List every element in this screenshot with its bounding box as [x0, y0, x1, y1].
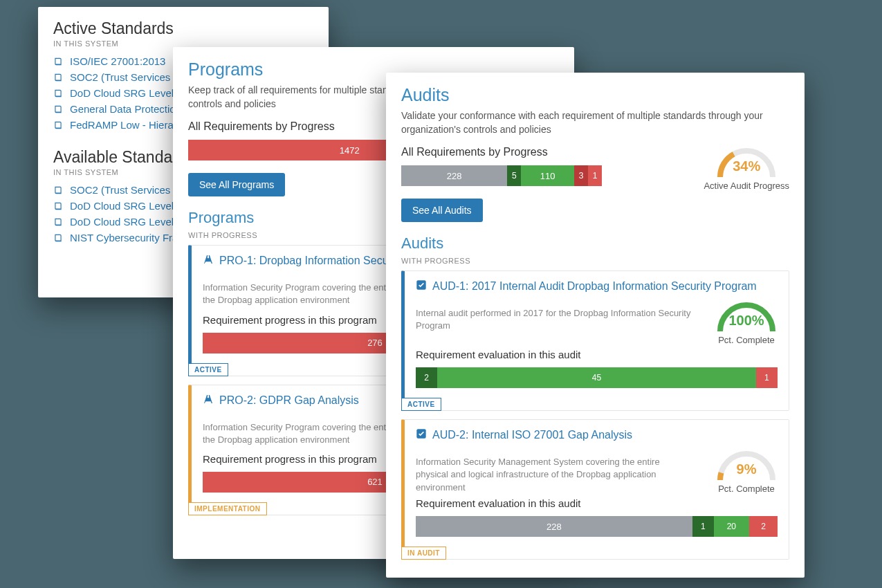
progress-segment: 5	[507, 165, 521, 186]
status-badge: ACTIVE	[401, 398, 441, 411]
gauge-label: Active Audit Progress	[704, 181, 789, 191]
audits-list-sub: WITH PROGRESS	[401, 257, 789, 265]
audits-title: Audits	[401, 85, 789, 105]
audit-card-sub: Requirement evaluation in this audit	[416, 497, 778, 509]
progress-segment: 1	[588, 165, 602, 186]
check-icon	[416, 428, 427, 442]
gauge-percent: 9%	[715, 461, 778, 477]
audit-card-sub: Requirement evaluation in this audit	[416, 349, 778, 360]
road-icon	[203, 394, 214, 407]
gauge-arc: 34%	[715, 146, 778, 179]
progress-segment: 2	[749, 516, 778, 537]
gauge-arc: 100%	[715, 300, 778, 333]
audit-card[interactable]: AUD-1: 2017 Internal Audit Dropbag Infor…	[401, 270, 789, 411]
progress-segment: 45	[437, 367, 755, 388]
check-icon	[416, 279, 427, 293]
gauge-arc: 9%	[715, 449, 778, 482]
audits-list: AUD-1: 2017 Internal Audit Dropbag Infor…	[401, 270, 789, 560]
audits-allreq-label: All Requirements by Progress	[401, 146, 690, 158]
gauge-percent: 100%	[715, 313, 778, 329]
road-icon	[203, 254, 214, 268]
active-audit-gauge: 34%Active Audit Progress	[704, 146, 789, 191]
status-badge: IN AUDIT	[401, 546, 446, 560]
audit-card-title[interactable]: AUD-2: Internal ISO 27001 Gap Analysis	[432, 429, 632, 441]
see-all-audits-button[interactable]: See All Audits	[401, 199, 483, 222]
audit-card-desc: Information Security Management System c…	[416, 456, 692, 494]
audit-card-title[interactable]: AUD-1: 2017 Internal Audit Dropbag Infor…	[432, 280, 757, 293]
progress-segment: 1	[692, 516, 714, 537]
audits-desc: Validate your conformance with each requ…	[401, 109, 789, 136]
status-badge: IMPLEMENTATION	[188, 502, 267, 515]
progress-segment: 2	[416, 367, 437, 388]
gauge-label: Pct. Complete	[718, 484, 775, 494]
see-all-programs-button[interactable]: See All Programs	[188, 173, 285, 196]
program-card-title[interactable]: PRO-2: GDPR Gap Analysis	[219, 394, 359, 407]
progress-segment: 20	[714, 516, 749, 537]
progress-segment: 228	[401, 165, 507, 186]
audits-list-title: Audits	[401, 235, 789, 252]
audits-panel: Audits Validate your conformance with ea…	[386, 73, 805, 578]
gauge-percent: 34%	[715, 158, 778, 174]
progress-segment: 110	[521, 165, 574, 186]
audit-card-bar: 2281202	[416, 516, 778, 537]
gauge-label: Pct. Complete	[718, 335, 775, 345]
progress-segment: 1	[756, 367, 778, 388]
progress-segment: 3	[574, 165, 588, 186]
audit-card-gauge: 100%Pct. Complete	[715, 300, 778, 345]
progress-segment: 228	[416, 516, 692, 537]
audit-card-bar: 2451	[416, 367, 778, 388]
audit-card[interactable]: AUD-2: Internal ISO 27001 Gap AnalysisIn…	[401, 419, 789, 560]
status-badge: ACTIVE	[188, 363, 228, 376]
standard-link[interactable]: ISO/IEC 27001:2013	[70, 55, 165, 67]
audit-card-gauge: 9%Pct. Complete	[715, 449, 778, 494]
active-standards-title: Active Standards	[53, 19, 313, 38]
audit-card-desc: Internal audit performed in 2017 for the…	[416, 307, 692, 332]
audits-allreq-bar: 228511031	[401, 165, 602, 186]
